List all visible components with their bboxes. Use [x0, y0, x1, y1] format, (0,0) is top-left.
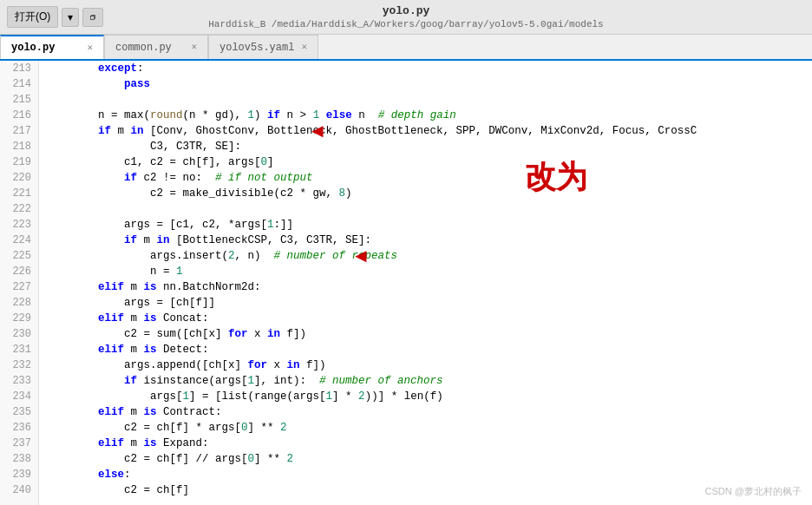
code-line-238: c2 = ch[f] // args[0] ** 2 — [46, 451, 805, 467]
code-line-214: pass — [46, 76, 805, 92]
code-content[interactable]: except: pass n = max(round(n * gd), 1) i… — [39, 61, 812, 505]
code-line-223: args = [c1, c2, *args[1:]] — [46, 217, 805, 233]
code-line-218: C3, C3TR, SE]: — [46, 139, 805, 154]
title-filename: yolo.py — [208, 4, 603, 17]
code-line-227: elif m is nn.BatchNorm2d: — [46, 279, 805, 295]
tabbar: yolo.py ✕ common.py ✕ yolov5s.yaml ✕ — [0, 35, 812, 61]
code-line-225: args.insert(2, n) # number of repeats — [46, 248, 805, 264]
code-line-231: elif m is Detect: — [46, 342, 805, 357]
titlebar-title: yolo.py Harddisk_B /media/Harddisk_A/Wor… — [208, 4, 603, 30]
dropdown-arrow-button[interactable]: ▾ — [62, 8, 79, 27]
code-line-222 — [46, 201, 805, 217]
tab-yolov5s-yaml-close[interactable]: ✕ — [301, 43, 307, 52]
restore-button[interactable] — [82, 8, 103, 27]
code-line-217: if m in [Conv, GhostConv, Bottleneck, Gh… — [46, 123, 805, 139]
code-line-215 — [46, 92, 805, 108]
code-line-233: if isinstance(args[1], int): # number of… — [46, 373, 805, 389]
tab-yolo-py-label: yolo.py — [11, 42, 55, 54]
code-line-229: elif m is Concat: — [46, 311, 805, 326]
code-line-232: args.append([ch[x] for x in f]) — [46, 357, 805, 373]
code-line-236: c2 = ch[f] * args[0] ** 2 — [46, 420, 805, 436]
code-line-213: except: — [46, 61, 805, 76]
code-line-224: if m in [BottleneckCSP, C3, C3TR, SE]: — [46, 233, 805, 248]
line-numbers: 213 214 215 216 217 218 219 220 221 222 … — [0, 61, 39, 505]
tab-yolov5s-yaml[interactable]: yolov5s.yaml ✕ — [208, 35, 318, 59]
titlebar: 打开(O) ▾ yolo.py Harddisk_B /media/Harddi… — [0, 0, 812, 35]
svg-rect-0 — [91, 16, 95, 19]
tab-common-py[interactable]: common.py ✕ — [104, 35, 208, 59]
code-line-220: if c2 != no: # if not output — [46, 170, 805, 186]
restore-icon — [90, 12, 95, 23]
code-line-216: n = max(round(n * gd), 1) if n > 1 else … — [46, 108, 805, 123]
tab-common-py-close[interactable]: ✕ — [191, 43, 197, 52]
code-line-234: args[1] = [list(range(args[1] * 2))] * l… — [46, 389, 805, 404]
code-line-237: elif m is Expand: — [46, 436, 805, 451]
open-button[interactable]: 打开(O) — [7, 6, 58, 28]
tab-yolo-py-close[interactable]: ✕ — [87, 43, 93, 53]
code-line-228: args = [ch[f]] — [46, 295, 805, 311]
code-line-221: c2 = make_divisible(c2 * gw, 8) — [46, 186, 805, 201]
title-filepath: Harddisk_B /media/Harddisk_A/Workers/goo… — [208, 19, 603, 30]
tab-common-py-label: common.py — [115, 42, 172, 54]
code-line-240: c2 = ch[f] — [46, 482, 805, 498]
code-line-226: n = 1 — [46, 264, 805, 279]
tab-yolo-py[interactable]: yolo.py ✕ — [0, 35, 104, 59]
tab-yolov5s-yaml-label: yolov5s.yaml — [219, 42, 294, 54]
code-line-230: c2 = sum([ch[x] for x in f]) — [46, 326, 805, 342]
titlebar-left: 打开(O) ▾ — [7, 6, 103, 28]
code-line-235: elif m is Contract: — [46, 404, 805, 420]
code-line-239: else: — [46, 467, 805, 482]
code-line-219: c1, c2 = ch[f], args[0] — [46, 154, 805, 170]
code-area: 213 214 215 216 217 218 219 220 221 222 … — [0, 61, 812, 505]
